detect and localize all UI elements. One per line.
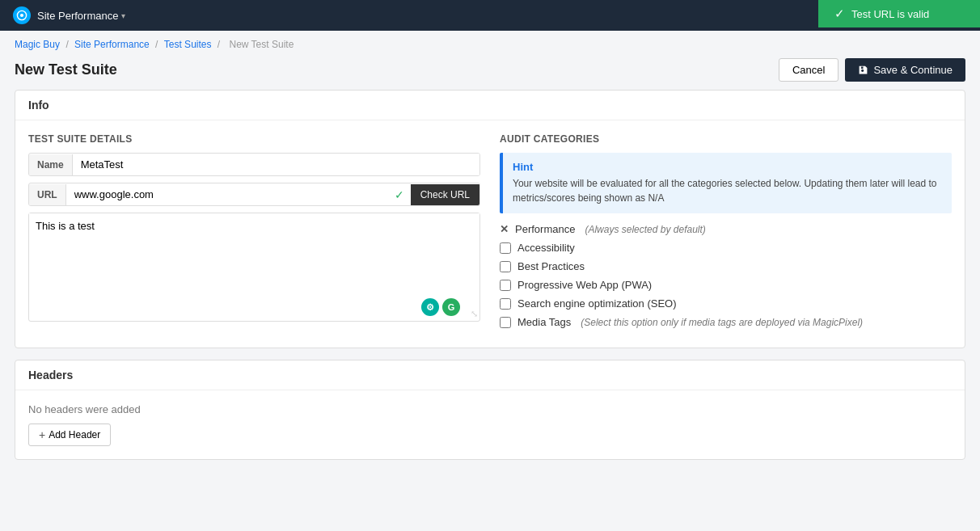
- performance-x-icon: ✕: [500, 223, 509, 235]
- page-title: New Test Suite: [15, 61, 117, 78]
- seo-label: Search engine optimization (SEO): [517, 297, 677, 310]
- pwa-label: Progressive Web App (PWA): [517, 279, 652, 291]
- breadcrumb-current: New Test Suite: [230, 39, 294, 50]
- breadcrumb-sep-1: /: [65, 39, 71, 50]
- hint-text: Your website will be evaluated for all t…: [513, 176, 942, 205]
- media-tags-row: Media Tags (Select this option only if m…: [500, 316, 952, 328]
- breadcrumb-sep-3: /: [218, 39, 223, 50]
- save-label: Save & Continue: [873, 64, 953, 76]
- breadcrumb-test-suites[interactable]: Test Suites: [164, 39, 212, 50]
- toast-check-icon: ✓: [834, 6, 845, 21]
- media-tags-note: (Select this option only if media tags a…: [581, 317, 863, 328]
- media-tags-label: Media Tags: [517, 316, 571, 328]
- breadcrumb-site-performance[interactable]: Site Performance: [74, 39, 150, 50]
- header-actions: Cancel Save & Continue: [779, 58, 965, 82]
- audit-categories-label: Audit Categories: [500, 133, 952, 145]
- topnav: Site Performance ▾ ✓ Test URL is valid: [0, 0, 980, 31]
- no-headers-text: No headers were added: [28, 403, 952, 415]
- media-tags-checkbox[interactable]: [500, 317, 511, 328]
- app-title: Site Performance ▾: [37, 10, 125, 22]
- description-textarea[interactable]: This is a test: [29, 213, 479, 318]
- toast-message: Test URL is valid: [851, 8, 929, 20]
- performance-note: (Always selected by default): [585, 224, 705, 235]
- check-url-button[interactable]: Check URL: [411, 184, 479, 205]
- resize-handle-icon: ⤡: [471, 309, 478, 319]
- topnav-chevron-icon: ▾: [121, 11, 125, 20]
- breadcrumb: Magic Buy / Site Performance / Test Suit…: [0, 31, 980, 55]
- hint-title: Hint: [513, 161, 942, 173]
- seo-row: Search engine optimization (SEO): [500, 297, 952, 310]
- accessibility-label: Accessibility: [517, 242, 575, 254]
- save-icon: [858, 65, 868, 75]
- test-suite-details-section: Test Suite Details Name URL ✓ Check URL …: [28, 133, 480, 335]
- green-icon: G: [442, 298, 460, 316]
- name-input[interactable]: [73, 154, 479, 175]
- description-wrapper: This is a test ⚙ G ⤡: [28, 213, 480, 322]
- url-check-icon: ✓: [388, 188, 411, 201]
- accessibility-row: Accessibility: [500, 242, 952, 254]
- performance-row: ✕ Performance (Always selected by defaul…: [500, 223, 952, 235]
- info-card: Info Test Suite Details Name URL ✓ Check…: [15, 90, 965, 348]
- test-suite-details-label: Test Suite Details: [28, 133, 480, 145]
- teal-icon: ⚙: [421, 298, 439, 316]
- pwa-row: Progressive Web App (PWA): [500, 279, 952, 291]
- best-practices-label: Best Practices: [517, 260, 585, 272]
- name-label: Name: [29, 154, 73, 175]
- headers-card-header: Headers: [15, 360, 965, 390]
- add-header-label: Add Header: [49, 429, 100, 440]
- audit-categories-section: Audit Categories Hint Your website will …: [500, 133, 952, 335]
- hint-box: Hint Your website will be evaluated for …: [500, 153, 952, 213]
- info-card-header: Info: [15, 91, 965, 120]
- toast-notification: ✓ Test URL is valid: [818, 0, 980, 27]
- plus-icon: +: [39, 428, 45, 441]
- seo-checkbox[interactable]: [500, 298, 511, 310]
- breadcrumb-sep-2: /: [155, 39, 161, 50]
- textarea-icons: ⚙ G: [421, 298, 460, 316]
- performance-label: Performance: [515, 223, 575, 235]
- cancel-button[interactable]: Cancel: [779, 58, 838, 82]
- url-input[interactable]: [66, 183, 388, 205]
- breadcrumb-magic-buy[interactable]: Magic Buy: [15, 39, 60, 50]
- save-continue-button[interactable]: Save & Continue: [845, 58, 965, 82]
- best-practices-row: Best Practices: [500, 260, 952, 272]
- app-logo: [13, 6, 31, 24]
- pwa-checkbox[interactable]: [500, 280, 511, 291]
- url-field-row: URL ✓ Check URL: [28, 183, 480, 206]
- best-practices-checkbox[interactable]: [500, 261, 511, 272]
- add-header-button[interactable]: + Add Header: [28, 424, 111, 446]
- accessibility-checkbox[interactable]: [500, 242, 511, 254]
- url-label: URL: [29, 184, 66, 205]
- info-grid: Test Suite Details Name URL ✓ Check URL …: [28, 133, 952, 335]
- page-header: New Test Suite Cancel Save & Continue: [0, 55, 980, 90]
- svg-point-1: [20, 14, 23, 17]
- name-field-row: Name: [28, 153, 480, 176]
- headers-card: Headers No headers were added + Add Head…: [15, 360, 965, 460]
